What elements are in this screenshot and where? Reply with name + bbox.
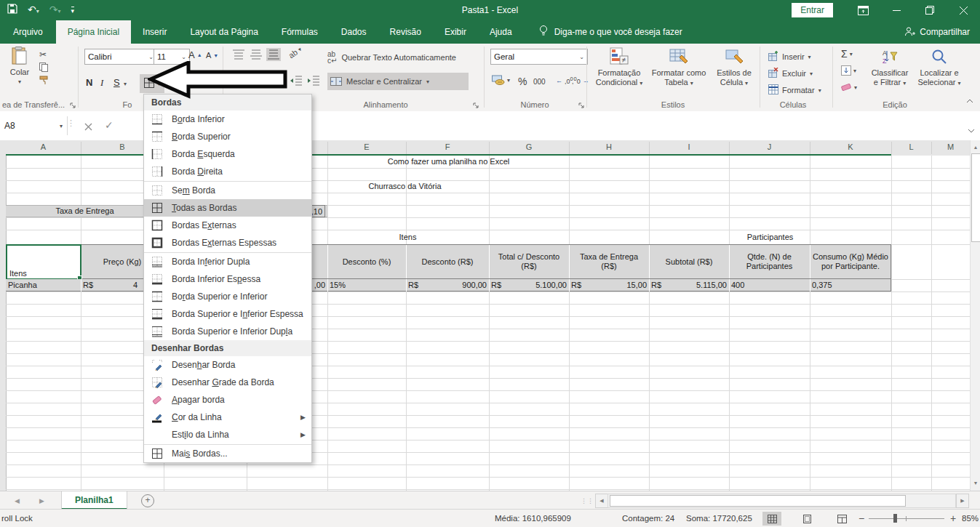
- column-header-h[interactable]: H: [569, 140, 649, 154]
- cell-styles-button[interactable]: Estilos deCélula ▾: [712, 45, 757, 88]
- minimize-icon[interactable]: [880, 0, 913, 20]
- tell-me-box[interactable]: Diga-me o que você deseja fazer: [538, 20, 682, 44]
- cell-desconto-value[interactable]: 900,00: [406, 279, 489, 291]
- zoom-slider-track[interactable]: [869, 518, 944, 519]
- cell-qtde[interactable]: 400: [731, 279, 775, 291]
- underline-button[interactable]: S: [113, 77, 120, 88]
- alignment-dialog-launcher-icon[interactable]: [473, 102, 481, 110]
- number-format-combo[interactable]: Geral⌄: [490, 49, 588, 65]
- name-box[interactable]: A8 ▾: [0, 116, 68, 135]
- clear-button[interactable]: ▾: [841, 83, 857, 92]
- number-dialog-launcher-icon[interactable]: [578, 102, 586, 110]
- tab-ajuda[interactable]: Ajuda: [478, 20, 524, 44]
- align-middle-icon[interactable]: [250, 49, 262, 60]
- menu-item-bordas-externas-espessas[interactable]: Bordas Externas Espessas: [144, 234, 311, 252]
- sort-filter-button[interactable]: AZ Classificare Filtrar ▾: [867, 45, 912, 88]
- cell-title-row[interactable]: Como fazer uma planilha no Excel: [6, 156, 891, 168]
- format-cells-button[interactable]: Formatar▾: [768, 84, 821, 96]
- cell-preco-value-visible[interactable]: 4: [133, 279, 143, 291]
- menu-item-borda-superior-e-inferior-dupla[interactable]: Borda Superior e Inferior Dupla: [144, 323, 311, 340]
- zoom-slider-thumb[interactable]: [893, 514, 897, 523]
- chevron-down-icon[interactable]: ⌄: [181, 54, 186, 60]
- cell-consumo[interactable]: 0,375: [812, 279, 870, 291]
- tab-splitter-icon[interactable]: ⋮⋮: [581, 491, 594, 510]
- clipboard-dialog-launcher-icon[interactable]: [70, 102, 78, 110]
- sign-in-button[interactable]: Entrar: [792, 3, 833, 17]
- table-header-cell-i[interactable]: Subtotal (R$): [649, 244, 729, 279]
- zoom-in-icon[interactable]: +: [950, 510, 956, 527]
- cell-total-value[interactable]: 5.100,00: [489, 279, 569, 291]
- align-bottom-icon[interactable]: [266, 48, 281, 61]
- maximize-icon[interactable]: [913, 0, 947, 20]
- horizontal-scroll-track[interactable]: [607, 494, 956, 508]
- menu-item-cor-da-linha[interactable]: Cor da Linha▶: [144, 409, 311, 426]
- tab-exibir[interactable]: Exibir: [433, 20, 478, 44]
- column-header-m[interactable]: M: [931, 140, 970, 154]
- menu-item-sem-borda[interactable]: Sem Borda: [144, 182, 311, 199]
- menu-item-borda-inferior[interactable]: Borda Inferior: [144, 110, 311, 128]
- fill-button[interactable]: ▾: [841, 65, 856, 76]
- increase-indent-icon[interactable]: [307, 76, 319, 86]
- normal-view-icon[interactable]: [762, 512, 781, 526]
- column-header-j[interactable]: J: [729, 140, 810, 154]
- page-layout-view-icon[interactable]: [797, 512, 816, 526]
- column-header-e[interactable]: E: [327, 140, 406, 154]
- formula-bar-handle-icon[interactable]: ⋮: [67, 118, 75, 128]
- vertical-scroll-thumb[interactable]: [971, 153, 980, 242]
- font-name-combo[interactable]: Calibri⌄: [84, 49, 157, 65]
- scroll-up-icon[interactable]: ▲: [971, 141, 980, 153]
- delete-cells-button[interactable]: Excluir▾: [768, 68, 813, 79]
- cell-item-name[interactable]: Picanha: [8, 279, 78, 291]
- scroll-left-icon[interactable]: ◀: [595, 494, 608, 508]
- format-painter-icon[interactable]: [39, 76, 49, 85]
- new-sheet-icon[interactable]: +: [141, 494, 154, 507]
- scroll-right-icon[interactable]: ▶: [956, 494, 969, 508]
- tab-arquivo[interactable]: Arquivo: [0, 20, 56, 44]
- cell-subtotal-value[interactable]: 5.115,00: [649, 279, 729, 291]
- format-as-table-button[interactable]: Formatar comoTabela ▾: [649, 45, 709, 88]
- zoom-out-icon[interactable]: −: [859, 510, 864, 527]
- menu-item-apagar-borda[interactable]: Apagar borda: [144, 391, 311, 409]
- close-icon[interactable]: [947, 0, 980, 20]
- table-header-cell-g[interactable]: Total c/ Desconto (R$): [489, 244, 569, 279]
- paste-button[interactable]: Colar ▾: [4, 47, 35, 87]
- menu-item-mais-bordas-[interactable]: Mais Bordas...: [144, 445, 311, 462]
- tab-inserir[interactable]: Inserir: [131, 20, 178, 44]
- share-button[interactable]: Compartilhar: [904, 20, 970, 44]
- active-cell[interactable]: Itens: [6, 244, 81, 280]
- column-header-k[interactable]: K: [810, 140, 891, 154]
- collapse-ribbon-icon[interactable]: [966, 99, 973, 103]
- menu-item-bordas-externas[interactable]: Bordas Externas: [144, 217, 311, 234]
- merge-center-button[interactable]: Mesclar e Centralizar ▾: [327, 73, 469, 90]
- comma-style-button[interactable]: 000: [533, 78, 546, 86]
- zoom-level[interactable]: 85%: [962, 510, 979, 527]
- tab-f-rmulas[interactable]: Fórmulas: [270, 20, 330, 44]
- tab-p-gina-inicial[interactable]: Página Inicial: [56, 20, 131, 44]
- menu-item-borda-superior-e-inferior[interactable]: Borda Superior e Inferior: [144, 288, 311, 305]
- menu-item-desenhar-borda[interactable]: Desenhar Borda: [144, 356, 311, 374]
- tab-revis-o[interactable]: Revisão: [378, 20, 433, 44]
- menu-item-borda-esquerda[interactable]: Borda Esquerda: [144, 145, 311, 163]
- column-header-g[interactable]: G: [489, 140, 569, 154]
- cell-taxa-rs-value[interactable]: 15,00: [569, 279, 649, 291]
- cancel-icon[interactable]: [84, 121, 92, 134]
- insert-cells-button[interactable]: Inserir▾: [768, 51, 811, 63]
- align-top-icon[interactable]: [233, 49, 244, 60]
- conditional-formatting-button[interactable]: ≠ FormataçãoCondicional ▾: [594, 45, 645, 88]
- ribbon-display-options-icon[interactable]: [846, 0, 880, 20]
- column-header-a[interactable]: A: [6, 140, 81, 154]
- tab-dados[interactable]: Dados: [330, 20, 378, 44]
- sheet-nav-right-icon[interactable]: ▶: [39, 491, 44, 510]
- horizontal-scrollbar[interactable]: ◀ ▶: [595, 494, 968, 507]
- autosum-button[interactable]: Σ▾: [841, 48, 853, 60]
- column-header-f[interactable]: F: [406, 140, 489, 154]
- menu-item-borda-inferior-espessa[interactable]: Borda Inferior Espessa: [144, 270, 311, 288]
- underline-dropdown-icon[interactable]: ▾: [124, 81, 127, 87]
- column-header-i[interactable]: I: [649, 140, 729, 154]
- paste-dropdown-icon[interactable]: ▾: [4, 77, 35, 87]
- menu-item-desenhar-grade-da-borda[interactable]: Desenhar Grade da Borda: [144, 374, 311, 391]
- table-header-cell-j[interactable]: Qtde. (N) de Participantes: [729, 244, 810, 279]
- tab-layout-da-p-gina[interactable]: Layout da Página: [178, 20, 269, 44]
- accounting-format-button[interactable]: ▾: [492, 74, 510, 86]
- menu-item-borda-superior-e-inferior-espessa[interactable]: Borda Superior e Inferior Espessa: [144, 305, 311, 323]
